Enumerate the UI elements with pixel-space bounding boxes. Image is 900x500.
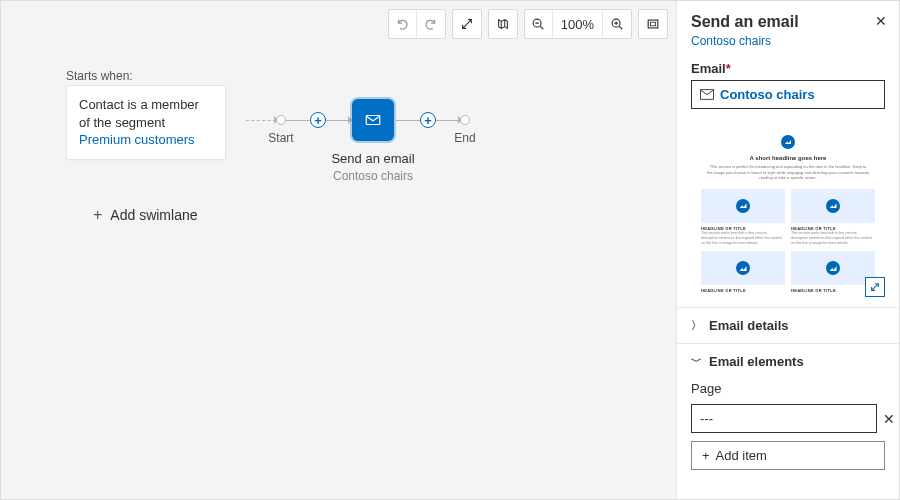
add-swimlane-label: Add swimlane — [110, 207, 197, 223]
preview-body: This section is perfect for introducing … — [707, 164, 869, 181]
connector — [436, 120, 460, 121]
panel-title: Send an email — [691, 13, 885, 31]
chevron-right-icon: 〉 — [691, 318, 701, 333]
section-label: Email details — [709, 318, 788, 333]
zoom-in-button[interactable] — [603, 10, 631, 38]
canvas-toolbar: 100% — [388, 9, 668, 39]
expand-canvas-button[interactable] — [453, 10, 481, 38]
tile-title: Send an email — [331, 151, 414, 166]
end-node[interactable] — [460, 115, 470, 125]
clear-page-button[interactable]: ✕ — [883, 411, 895, 427]
svg-rect-3 — [650, 22, 655, 26]
end-label: End — [454, 131, 475, 145]
minimap-button[interactable] — [489, 10, 517, 38]
preview-logo — [781, 135, 795, 149]
panel-breadcrumb-link[interactable]: Contoso chairs — [691, 34, 771, 48]
chevron-down-icon: ﹀ — [691, 354, 701, 369]
tile-subtitle: Contoso chairs — [333, 169, 413, 183]
add-swimlane-button[interactable]: + Add swimlane — [93, 206, 198, 224]
properties-panel: Send an email Contoso chairs ✕ Email* Co… — [676, 1, 899, 499]
email-lookup-value: Contoso chairs — [720, 87, 815, 102]
trigger-text: Contact is a member of the segment — [79, 97, 199, 130]
page-field-label: Page — [691, 381, 885, 396]
add-item-label: Add item — [716, 448, 767, 463]
page-input[interactable] — [691, 404, 877, 433]
email-elements-section[interactable]: ﹀ Email elements — [677, 343, 899, 379]
journey-canvas[interactable]: 100% Starts when: Contact is a member of… — [1, 1, 676, 499]
email-lookup-field[interactable]: Contoso chairs — [691, 80, 885, 109]
zoom-level[interactable]: 100% — [553, 10, 603, 38]
plus-icon: + — [93, 206, 102, 224]
undo-button[interactable] — [389, 10, 417, 38]
add-step-button[interactable]: + — [420, 112, 436, 128]
redo-button[interactable] — [417, 10, 445, 38]
journey-flow: Start + Send an email Contoso chairs + E… — [246, 101, 470, 139]
trigger-card[interactable]: Contact is a member of the segment Premi… — [66, 85, 226, 160]
start-label: Start — [268, 131, 293, 145]
connector — [396, 120, 420, 121]
expand-preview-button[interactable] — [865, 277, 885, 297]
svg-rect-4 — [366, 116, 380, 125]
envelope-icon — [364, 111, 382, 129]
section-label: Email elements — [709, 354, 804, 369]
connector — [326, 120, 350, 121]
connector — [286, 120, 310, 121]
connector-dashed — [246, 120, 276, 121]
segment-link[interactable]: Premium customers — [79, 132, 195, 147]
envelope-icon — [700, 89, 714, 100]
send-email-tile[interactable] — [354, 101, 392, 139]
svg-rect-2 — [648, 20, 658, 28]
add-step-button[interactable]: + — [310, 112, 326, 128]
fit-screen-button[interactable] — [639, 10, 667, 38]
preview-headline: A short headline goes here — [697, 155, 879, 161]
close-panel-button[interactable]: ✕ — [875, 13, 887, 29]
add-item-button[interactable]: + Add item — [691, 441, 885, 470]
plus-icon: + — [702, 448, 710, 463]
email-field-label: Email* — [691, 61, 885, 76]
email-details-section[interactable]: 〉 Email details — [677, 307, 899, 343]
start-node[interactable] — [276, 115, 286, 125]
trigger-heading: Starts when: — [66, 69, 133, 83]
email-preview-thumbnail[interactable]: A short headline goes here This section … — [691, 125, 885, 295]
zoom-out-button[interactable] — [525, 10, 553, 38]
